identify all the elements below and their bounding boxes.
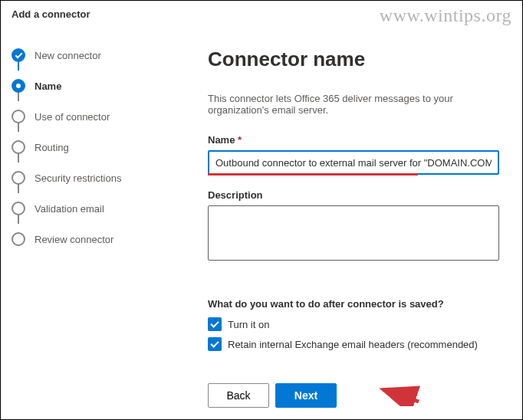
checkbox-turn-on-row[interactable]: Turn it on: [208, 317, 499, 331]
description-input[interactable]: [208, 205, 499, 261]
name-input[interactable]: [208, 150, 499, 175]
step-review-connector[interactable]: Review connector: [12, 224, 154, 254]
watermark-text: www.wintips.org: [380, 5, 511, 26]
wizard-steps: New connector Name Use of connector Rout…: [1, 26, 154, 417]
checkbox-retain-headers-row[interactable]: Retain internal Exchange email headers (…: [208, 337, 499, 351]
checkbox-checked-icon[interactable]: [208, 337, 222, 351]
step-name[interactable]: Name: [12, 71, 154, 101]
step-routing[interactable]: Routing: [12, 132, 154, 162]
name-label: Name *: [208, 134, 499, 146]
step-new-connector[interactable]: New connector: [12, 40, 154, 71]
annotation-arrow-icon: [377, 385, 423, 406]
annotation-underline: [208, 173, 418, 176]
back-button[interactable]: Back: [208, 383, 269, 408]
description-label: Description: [208, 189, 499, 201]
step-done-icon: [12, 48, 25, 62]
checkbox-checked-icon[interactable]: [208, 317, 222, 331]
intro-text: This connector lets Office 365 deliver m…: [208, 93, 499, 116]
step-pending-icon: [12, 110, 25, 123]
main-panel: Connector name This connector lets Offic…: [154, 26, 522, 417]
next-button[interactable]: Next: [275, 383, 337, 408]
after-save-question: What do you want to do after connector i…: [208, 298, 499, 310]
step-label: Review connector: [35, 234, 113, 245]
step-label: New connector: [35, 50, 101, 61]
step-pending-icon: [12, 171, 25, 185]
step-validation-email[interactable]: Validation email: [12, 193, 154, 224]
footer-actions: Back Next: [154, 376, 522, 408]
step-use-of-connector[interactable]: Use of connector: [12, 101, 154, 132]
checkbox-label: Retain internal Exchange email headers (…: [228, 339, 478, 350]
svg-line-1: [383, 389, 419, 402]
step-label: Validation email: [35, 203, 104, 215]
step-security[interactable]: Security restrictions: [12, 162, 154, 193]
step-label: Use of connector: [35, 111, 110, 123]
step-pending-icon: [12, 232, 25, 246]
step-label: Name: [35, 80, 61, 92]
step-pending-icon: [12, 202, 25, 215]
step-active-icon: [12, 79, 25, 93]
step-pending-icon: [12, 140, 25, 154]
step-label: Security restrictions: [35, 172, 121, 184]
panel-title: Add a connector: [12, 8, 90, 20]
step-label: Routing: [35, 142, 69, 153]
checkbox-label: Turn it on: [228, 319, 269, 330]
page-title: Connector name: [208, 48, 499, 71]
